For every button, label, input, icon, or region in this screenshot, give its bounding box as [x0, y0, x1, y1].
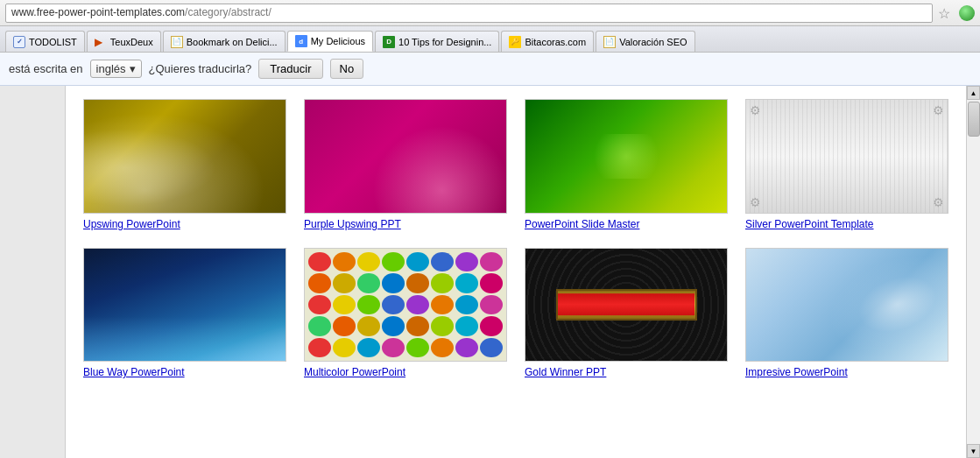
dot-1: [333, 252, 356, 272]
address-bar: www.free-power-point-templates.com/categ…: [0, 0, 980, 26]
left-sidebar: [0, 86, 66, 458]
translation-prefix: está escrita en: [9, 62, 83, 75]
tab-mydelicious-label: My Delicious: [311, 36, 365, 46]
dot-35: [382, 338, 405, 358]
dot-22: [455, 295, 478, 315]
template-link-multicolor[interactable]: Multicolor PowerPoint: [304, 366, 507, 378]
tab-mydelicious[interactable]: d My Delicious: [287, 31, 373, 52]
tab-todolist-label: TODOLIST: [29, 37, 77, 47]
scrollbar[interactable]: ▲ ▼: [966, 86, 980, 458]
thumbnail-gold[interactable]: [525, 248, 728, 363]
dot-23: [480, 295, 503, 315]
grid-item-impresive: Impresive PowerPoint: [745, 248, 948, 379]
tab-tips-label: 10 Tips for Designin...: [398, 37, 491, 47]
dot-31: [480, 316, 503, 336]
dot-33: [333, 338, 356, 358]
dot-36: [406, 338, 429, 358]
tab-bitacoras[interactable]: 🔑 Bitacoras.com: [501, 31, 594, 52]
grid-item-greenslide: PowerPoint Slide Master: [525, 99, 728, 230]
dot-27: [382, 316, 405, 336]
silver-icon-bl: ⚙: [750, 195, 761, 209]
language-label: inglés: [96, 62, 126, 75]
template-link-greenslide[interactable]: PowerPoint Slide Master: [525, 218, 728, 230]
teuxdeux-icon: ▶: [95, 36, 107, 48]
dot-28: [406, 316, 429, 336]
dot-12: [406, 273, 429, 293]
thumbnail-multicolor[interactable]: [304, 248, 507, 363]
bookmark-star-icon[interactable]: ☆: [938, 5, 954, 21]
gold-bar-red: [558, 293, 694, 316]
scroll-down-button[interactable]: ▼: [967, 444, 980, 458]
grid-item-silver: ⚙⚙⚙⚙Silver PowerPoint Template: [745, 99, 948, 230]
dot-17: [333, 295, 356, 315]
no-translate-button[interactable]: No: [330, 59, 364, 79]
thumbnail-blueway[interactable]: [83, 248, 286, 363]
tab-valoracion[interactable]: 📄 Valoración SEO: [596, 31, 694, 52]
template-link-gold[interactable]: Gold Winner PPT: [525, 366, 728, 378]
translation-question: ¿Quieres traducirla?: [149, 62, 252, 75]
dot-3: [382, 252, 405, 272]
grid-item-blueway: Blue Way PowerPoint: [83, 248, 286, 379]
tab-teuxdeux[interactable]: ▶ TeuxDeux: [87, 31, 161, 52]
dot-21: [431, 295, 454, 315]
template-link-impresive[interactable]: Impresive PowerPoint: [745, 366, 948, 378]
tab-bitacoras-label: Bitacoras.com: [525, 37, 586, 47]
dot-10: [357, 273, 380, 293]
todolist-icon: ✓: [13, 36, 25, 48]
dot-25: [333, 316, 356, 336]
dot-6: [455, 252, 478, 272]
dot-26: [357, 316, 380, 336]
thumbnail-purple[interactable]: [304, 99, 507, 214]
dot-11: [382, 273, 405, 293]
dot-4: [406, 252, 429, 272]
dot-38: [455, 338, 478, 358]
template-link-upswing[interactable]: Upswing PowerPoint: [83, 218, 286, 230]
translate-button[interactable]: Traducir: [258, 59, 322, 79]
address-path: /category/abstract/: [185, 6, 271, 18]
scroll-up-button[interactable]: ▲: [967, 86, 980, 100]
silver-icon-br: ⚙: [933, 195, 944, 209]
dot-34: [357, 338, 380, 358]
grid-item-multicolor: Multicolor PowerPoint: [304, 248, 507, 379]
bookmark-icon: 📄: [171, 36, 183, 48]
dot-24: [308, 316, 331, 336]
dot-39: [480, 338, 503, 358]
content-area: Upswing PowerPointPurple Upswing PPTPowe…: [0, 86, 980, 458]
template-grid: Upswing PowerPointPurple Upswing PPTPowe…: [83, 95, 948, 383]
tips-icon: D: [383, 36, 395, 48]
extension-icon[interactable]: [959, 5, 975, 21]
thumbnail-silver[interactable]: ⚙⚙⚙⚙: [745, 99, 948, 214]
dot-37: [431, 338, 454, 358]
scroll-track[interactable]: [967, 100, 980, 444]
address-input[interactable]: www.free-power-point-templates.com/categ…: [5, 4, 933, 23]
tab-bookmark[interactable]: 📄 Bookmark on Delici...: [163, 31, 286, 52]
template-link-silver[interactable]: Silver PowerPoint Template: [745, 218, 948, 230]
tab-tips[interactable]: D 10 Tips for Designin...: [375, 31, 499, 52]
page-content: Upswing PowerPointPurple Upswing PPTPowe…: [66, 86, 966, 458]
dot-18: [357, 295, 380, 315]
dot-14: [455, 273, 478, 293]
dot-0: [308, 252, 331, 272]
dot-20: [406, 295, 429, 315]
tab-teuxdeux-label: TeuxDeux: [110, 37, 153, 47]
translation-bar: está escrita en inglés ▾ ¿Quieres traduc…: [0, 53, 980, 86]
tabs-bar: ✓ TODOLIST ▶ TeuxDeux 📄 Bookmark on Deli…: [0, 26, 980, 53]
thumbnail-upswing[interactable]: [83, 99, 286, 214]
template-link-purple[interactable]: Purple Upswing PPT: [304, 218, 507, 230]
grid-item-gold: Gold Winner PPT: [525, 248, 728, 379]
dot-2: [357, 252, 380, 272]
dot-15: [480, 273, 503, 293]
address-domain: www.free-power-point-templates.com: [11, 6, 185, 18]
dot-9: [333, 273, 356, 293]
thumbnail-impresive[interactable]: [745, 248, 948, 363]
dot-30: [455, 316, 478, 336]
browser-frame: www.free-power-point-templates.com/categ…: [0, 0, 980, 458]
tab-todolist[interactable]: ✓ TODOLIST: [5, 31, 85, 52]
language-select[interactable]: inglés ▾: [90, 60, 142, 78]
mydelicious-icon: d: [295, 35, 307, 47]
thumbnail-greenslide[interactable]: [525, 99, 728, 214]
dot-13: [431, 273, 454, 293]
dot-8: [308, 273, 331, 293]
scroll-thumb[interactable]: [968, 102, 980, 137]
template-link-blueway[interactable]: Blue Way PowerPoint: [83, 366, 286, 378]
